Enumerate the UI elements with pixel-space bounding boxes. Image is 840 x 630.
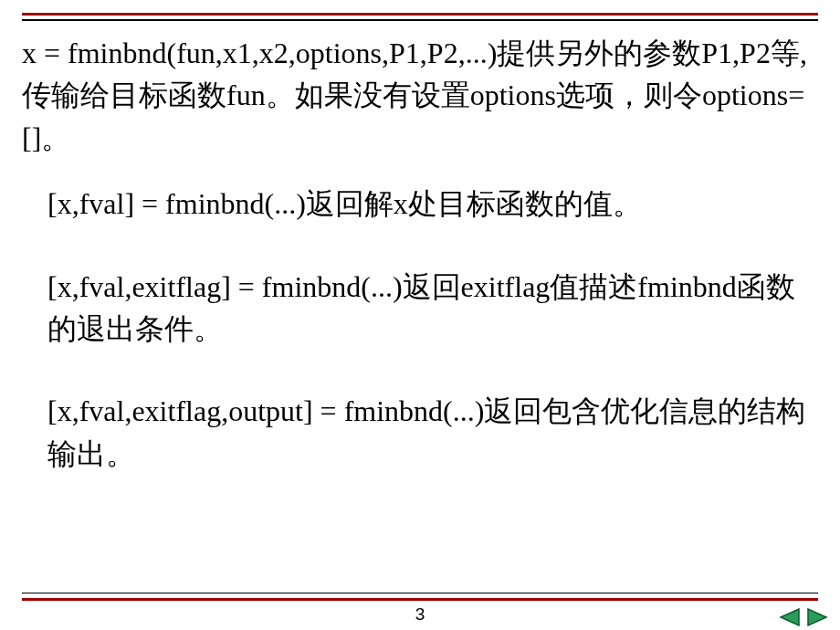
- slide-content: x = fminbnd(fun,x1,x2,options,P1,P2,...)…: [22, 32, 818, 475]
- page-number: 3: [0, 604, 840, 625]
- paragraph-2: [x,fval] = fminbnd(...)返回解x处目标函数的值。: [22, 183, 818, 225]
- next-button[interactable]: [805, 607, 829, 627]
- top-divider-black: [22, 19, 818, 21]
- top-divider-red: [22, 13, 818, 16]
- prev-button[interactable]: [778, 607, 802, 627]
- svg-marker-0: [781, 609, 799, 625]
- bottom-divider-red: [22, 598, 818, 601]
- bottom-divider-black: [22, 593, 818, 594]
- svg-marker-1: [808, 609, 826, 625]
- triangle-left-icon: [779, 608, 801, 626]
- paragraph-1: x = fminbnd(fun,x1,x2,options,P1,P2,...)…: [22, 32, 818, 159]
- paragraph-4: [x,fval,exitflag,output] = fminbnd(...)返…: [22, 390, 818, 475]
- triangle-right-icon: [806, 608, 828, 626]
- paragraph-3: [x,fval,exitflag] = fminbnd(...)返回exitfl…: [22, 266, 818, 351]
- nav-buttons: [778, 607, 829, 627]
